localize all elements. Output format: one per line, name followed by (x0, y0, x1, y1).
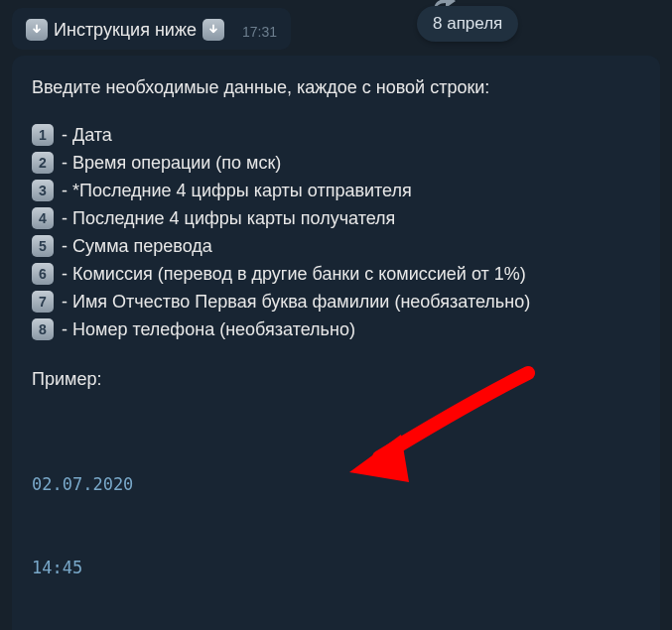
down-arrow-icon (26, 19, 48, 41)
list-item-label: - *Последние 4 цифры карты отправителя (62, 177, 412, 204)
list-item-label: - Номер телефона (необязательно) (62, 315, 355, 343)
list-item-label: - Комиссия (перевод в другие банки с ком… (62, 260, 526, 288)
list-item: 3 - *Последние 4 цифры карты отправителя (32, 177, 640, 204)
message-bubble-main[interactable]: Введите необходимые данные, каждое с нов… (12, 56, 660, 630)
down-arrow-icon (202, 19, 224, 41)
code-line: 02.07.2020 (32, 470, 640, 498)
message-bubble-instruction[interactable]: Инструкция ниже 17:31 (12, 8, 291, 50)
list-item: 7 - Имя Отчество Первая буква фамилии (н… (32, 288, 640, 315)
list-item: 5 - Сумма перевода (32, 232, 640, 260)
intro-text: Введите необходимые данные, каждое с нов… (32, 73, 640, 101)
keycap-icon: 1 (32, 124, 54, 146)
list-item: 6 - Комиссия (перевод в другие банки с к… (32, 260, 640, 288)
keycap-icon: 5 (32, 235, 54, 257)
list-item-label: - Имя Отчество Первая буква фамилии (нео… (62, 288, 530, 315)
list-item: 1 - Дата (32, 121, 640, 149)
instruction-text: Инструкция ниже (54, 18, 197, 42)
keycap-icon: 4 (32, 207, 54, 229)
message-time: 17:31 (242, 24, 277, 42)
list-item-label: - Сумма перевода (62, 232, 212, 260)
keycap-icon: 8 (32, 318, 54, 340)
code-line: 14:45 (32, 554, 640, 581)
list-item-label: - Дата (62, 121, 112, 149)
list-item: 8 - Номер телефона (необязательно) (32, 315, 640, 343)
keycap-icon: 7 (32, 291, 54, 313)
field-list: 1 - Дата 2 - Время операции (по мск) 3 -… (32, 121, 640, 343)
list-item: 4 - Последние 4 цифры карты получателя (32, 204, 640, 232)
list-item-label: - Последние 4 цифры карты получателя (62, 204, 395, 232)
keycap-icon: 2 (32, 152, 54, 174)
list-item-label: - Время операции (по мск) (62, 149, 281, 177)
date-badge: 8 апреля (417, 6, 518, 42)
example-label: Пример: (32, 365, 640, 393)
keycap-icon: 3 (32, 180, 54, 201)
keycap-icon: 6 (32, 263, 54, 285)
example-code: 02.07.2020 14:45 1234 (или VISA CLASSIC … (32, 415, 640, 630)
list-item: 2 - Время операции (по мск) (32, 149, 640, 177)
